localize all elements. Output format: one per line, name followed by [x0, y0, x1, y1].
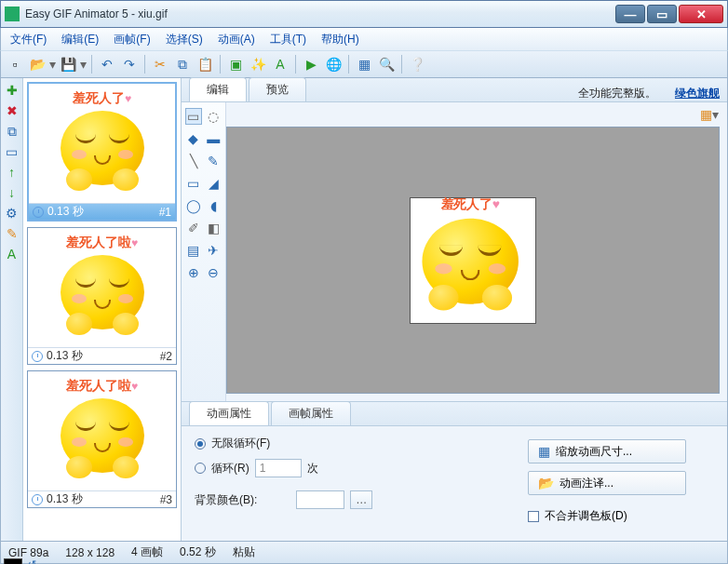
menu-frame[interactable]: 画帧(F) — [110, 30, 154, 49]
eyedropper-tool[interactable]: ✐ — [185, 220, 202, 236]
status-mode: 粘贴 — [233, 544, 255, 560]
frame-toolbar: ✚ ✖ ⧉ ▭ ↑ ↓ ⚙ ✎ A — [1, 78, 23, 541]
promo-link[interactable]: 绿色旗舰 — [675, 86, 720, 101]
foreground-color[interactable] — [4, 558, 22, 564]
marquee-tool[interactable]: ◌ — [206, 108, 222, 125]
frame-duration: 0.13 秒 — [47, 348, 160, 364]
settings-button[interactable]: ⚙ — [4, 205, 20, 222]
label-loop-count: 循环(R) — [211, 461, 249, 477]
ellipse-tool[interactable]: ◯ — [185, 197, 202, 214]
insert-image-button[interactable]: ▣ — [225, 54, 246, 74]
canvas[interactable]: 羞死人了♥ — [410, 197, 536, 324]
menu-help[interactable]: 帮助(H) — [317, 30, 363, 49]
paste-button[interactable]: 📋 — [195, 54, 215, 74]
save-button[interactable]: 💾 — [58, 54, 78, 74]
preview-browser-button[interactable]: 🌐 — [323, 54, 344, 74]
fill-tool[interactable]: ◆ — [185, 130, 202, 147]
text-button[interactable]: A — [270, 54, 290, 74]
help-button[interactable]: ❔ — [407, 54, 427, 74]
frame-index: #2 — [160, 350, 172, 363]
main-toolbar: ▫ 📂 ▾ 💾 ▾ ↶ ↷ ✂ ⧉ 📋 ▣ ✨ A ▶ 🌐 ▦ 🔍 ❔ — [0, 50, 728, 78]
frame-thumb[interactable]: 羞死人了啦♥ 0.13 秒 #3 — [27, 370, 177, 508]
emoji-face — [422, 218, 519, 303]
statusbar: GIF 89a 128 x 128 4 画帧 0.52 秒 粘贴 — [0, 541, 728, 564]
frames-panel[interactable]: 羞死人了♥ 0.13 秒 #1 羞死人了啦♥ — [23, 78, 182, 541]
new-button[interactable]: ▫ — [5, 54, 25, 74]
checkbox-nomerge[interactable] — [528, 511, 539, 522]
brush-tool[interactable]: ✎ — [206, 153, 222, 169]
text-frame-button[interactable]: A — [4, 246, 20, 262]
select-tool[interactable]: ▭ — [185, 108, 202, 125]
menu-select[interactable]: 选择(S) — [162, 30, 207, 49]
canvas-area[interactable]: 羞死人了♥ — [226, 127, 720, 394]
arc-tool[interactable]: ◖ — [206, 197, 222, 214]
insert-blank-button[interactable]: ▭ — [4, 143, 20, 160]
version-message: 全功能完整版。 — [578, 86, 656, 101]
dropdown-icon[interactable]: ▾ — [49, 58, 56, 71]
move-tool[interactable]: ▤ — [185, 242, 202, 259]
gradient-tool[interactable]: ▬ — [206, 130, 222, 147]
eraser-tool[interactable]: ◧ — [206, 220, 222, 236]
menu-edit[interactable]: 编辑(E) — [58, 30, 102, 49]
label-bgcolor: 背景颜色(B): — [195, 492, 257, 508]
frame-thumb[interactable]: 羞死人了♥ 0.13 秒 #1 — [27, 82, 177, 222]
tab-anim-props[interactable]: 动画属性 — [189, 401, 269, 425]
menubar: 文件(F) 编辑(E) 画帧(F) 选择(S) 动画(A) 工具(T) 帮助(H… — [0, 28, 728, 50]
bgcolor-swatch[interactable] — [296, 490, 344, 509]
bgcolor-picker-button[interactable]: … — [350, 490, 372, 509]
play-button[interactable]: ▶ — [301, 54, 321, 74]
status-format: GIF 89a — [8, 546, 48, 559]
close-button[interactable]: ✕ — [679, 5, 723, 23]
frame-duration: 0.13 秒 — [47, 204, 159, 220]
swap-colors-icon[interactable]: ↺ — [28, 558, 36, 564]
canvas-container: ▦▾ 羞死人了♥ — [226, 102, 727, 401]
open-button[interactable]: 📂 — [27, 54, 47, 74]
radio-loop-count[interactable] — [195, 463, 206, 474]
effects-button[interactable]: ✎ — [4, 225, 20, 242]
spray-tool[interactable]: ✈ — [206, 242, 222, 259]
menu-animate[interactable]: 动画(A) — [214, 30, 259, 49]
loop-count-input[interactable]: 1 — [255, 459, 302, 477]
duplicate-frame-button[interactable]: ⧉ — [4, 123, 20, 140]
copy-button[interactable]: ⧉ — [172, 54, 193, 74]
window-title: Easy GIF Animator 5 - xiu.gif — [25, 7, 615, 20]
rect-tool[interactable]: ▭ — [185, 175, 202, 192]
editor-body: ▭◌ ◆▬ ╲✎ ▭◢ ◯◖ ✐◧ ▤✈ ⊕⊖ ↺ ▦▾ — [182, 102, 727, 401]
zoom-out-tool[interactable]: ⊖ — [206, 264, 222, 281]
add-frame-button[interactable]: ✚ — [4, 82, 20, 99]
editor-pane: 编辑 预览 全功能完整版。 绿色旗舰 ▭◌ ◆▬ ╲✎ ▭◢ ◯◖ ✐◧ ▤✈ … — [182, 78, 727, 541]
frame-thumb[interactable]: 羞死人了啦♥ 0.13 秒 #2 — [27, 227, 177, 365]
maximize-button[interactable]: ▭ — [647, 5, 677, 23]
export-button[interactable]: ▦ — [354, 54, 374, 74]
canvas-options-button[interactable]: ▦▾ — [699, 104, 720, 125]
move-up-button[interactable]: ↑ — [4, 164, 20, 181]
tab-edit[interactable]: 编辑 — [189, 77, 247, 101]
delete-frame-button[interactable]: ✖ — [4, 102, 20, 119]
tab-preview[interactable]: 预览 — [249, 77, 306, 101]
zoom-in-tool[interactable]: ⊕ — [185, 264, 202, 281]
menu-tools[interactable]: 工具(T) — [266, 30, 310, 49]
resize-anim-button[interactable]: ▦缩放动画尺寸... — [528, 439, 686, 463]
search-button[interactable]: 🔍 — [376, 54, 397, 74]
anim-comment-button[interactable]: 📂动画注译... — [528, 471, 686, 495]
canvas-frame-title: 羞死人了 — [441, 196, 492, 211]
frame-duration: 0.13 秒 — [47, 491, 160, 507]
minimize-button[interactable]: — — [615, 5, 645, 23]
move-down-button[interactable]: ↓ — [4, 184, 20, 201]
dropdown-icon[interactable]: ▾ — [80, 58, 87, 71]
drawing-tools: ▭◌ ◆▬ ╲✎ ▭◢ ◯◖ ✐◧ ▤✈ ⊕⊖ ↺ — [182, 102, 226, 401]
status-duration: 0.52 秒 — [180, 544, 216, 560]
line-tool[interactable]: ╲ — [185, 153, 202, 169]
app-icon — [5, 7, 20, 21]
wizard-button[interactable]: ✨ — [248, 54, 268, 74]
tab-frame-props[interactable]: 画帧属性 — [271, 401, 351, 425]
redo-button[interactable]: ↷ — [119, 54, 140, 74]
properties-panel: 动画属性 画帧属性 无限循环(F) 循环(R) 1 次 — [182, 401, 727, 541]
menu-file[interactable]: 文件(F) — [7, 30, 50, 49]
clock-icon — [32, 351, 43, 362]
radio-loop-forever[interactable] — [195, 438, 206, 450]
shape-tool[interactable]: ◢ — [206, 175, 222, 192]
undo-button[interactable]: ↶ — [97, 54, 117, 74]
clock-icon — [32, 494, 43, 505]
cut-button[interactable]: ✂ — [150, 54, 170, 74]
